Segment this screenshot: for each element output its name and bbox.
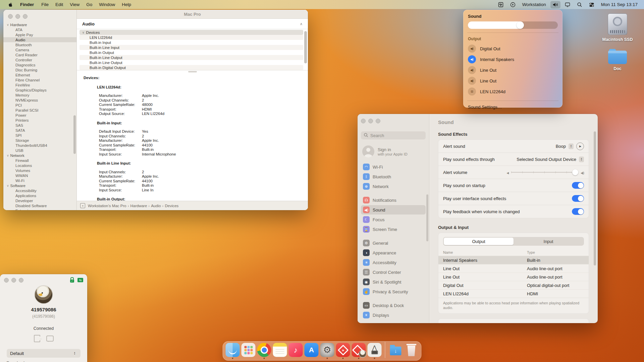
output-option-len-li2264d[interactable]: ⊟ LEN LI2264d	[468, 86, 558, 97]
waveform-status-icon[interactable]	[496, 1, 506, 8]
sidebar-item-network[interactable]: ⊕ Network	[361, 182, 426, 191]
sidebar-item-appearance[interactable]: ◑ Appearance	[361, 248, 426, 257]
breadcrumb-segment-audio[interactable]: Audio	[148, 204, 161, 208]
display-icon[interactable]	[562, 1, 573, 8]
menu-edit[interactable]: Edit	[52, 1, 66, 8]
permission-profile-select[interactable]: Default	[7, 349, 80, 358]
sidebar-item-accessibility[interactable]: ✳ Accessibility	[361, 258, 426, 267]
play-through-stepper[interactable]	[579, 157, 584, 162]
output-option-line-out[interactable]: ◀) Line Out	[468, 65, 558, 75]
sidebar-item-siri-spotlight[interactable]: ◉ Siri & Spotlight	[361, 277, 426, 287]
volume-slider-thumb[interactable]	[517, 21, 524, 29]
slider-track[interactable]	[511, 169, 578, 175]
partial-disclosure-row[interactable]: Download	[3, 361, 87, 362]
sidebar-scrollbar-thumb[interactable]	[426, 194, 428, 241]
output-option-internal-speakers[interactable]: ◀) Internal Speakers	[468, 54, 558, 65]
sound-settings-link[interactable]: Sound Settings…	[468, 105, 558, 110]
dock-item-chrome[interactable]	[257, 343, 271, 359]
sysinfo-tree-item-fibre-channel[interactable]: Fibre Channel	[3, 77, 76, 82]
sysinfo-tree-item-audio[interactable]: Audio	[3, 37, 76, 42]
dock-item-downloads[interactable]	[389, 343, 403, 359]
workstation-menu-label[interactable]: Workstation	[520, 1, 548, 8]
apple-id-sign-in[interactable]: Sign in with your Apple ID	[362, 145, 424, 158]
sidebar-item-privacy-security[interactable]: ☝ Privacy & Security	[361, 287, 426, 296]
sysinfo-tree-item-firewall[interactable]: Firewall	[3, 158, 76, 163]
sysinfo-tree-item-nvmexpress[interactable]: NVMExpress	[3, 98, 76, 103]
breadcrumb-segment-workstation-s-mac-pro[interactable]: Workstation’s Mac Pro	[88, 204, 126, 208]
sysinfo-tree-item-sata[interactable]: SATA	[3, 128, 76, 133]
sysinfo-tree-item-accessibility[interactable]: Accessibility	[3, 188, 76, 193]
sysinfo-tree-item-wi-fi[interactable]: Wi-Fi	[3, 178, 76, 183]
menu-help[interactable]: Help	[118, 1, 135, 8]
menu-view[interactable]: View	[66, 1, 83, 8]
sysinfo-tree-item-power[interactable]: Power	[3, 113, 76, 118]
dock-item-system-settings[interactable]	[320, 343, 334, 359]
output-device-row-line-out[interactable]: Line Out Audio line-out port	[438, 273, 589, 281]
alert-sound-stepper[interactable]	[569, 143, 574, 149]
sidebar-item-wi-fi[interactable]: ◠ Wi-Fi	[361, 162, 426, 172]
device-row-built-in-input[interactable]: Built-in Input	[79, 40, 303, 45]
dock-item-launchpad[interactable]	[241, 343, 256, 359]
tab-input[interactable]: Input	[514, 238, 583, 245]
menu-file[interactable]: File	[38, 1, 52, 8]
chat-icon[interactable]	[46, 336, 54, 342]
sidebar-item-bluetooth[interactable]: ᛒ Bluetooth	[361, 172, 426, 181]
menu-go[interactable]: Go	[83, 1, 96, 8]
device-table-scrollbar-thumb[interactable]	[304, 31, 307, 63]
sysinfo-tree-item-bluetooth[interactable]: Bluetooth	[3, 42, 76, 47]
device-row-built-in-output[interactable]: Built-in Output	[79, 50, 303, 55]
sysinfo-tree-item-applications[interactable]: Applications	[3, 193, 76, 198]
sysinfo-tree-item-diagnostics[interactable]: Diagnostics	[3, 62, 76, 67]
pane-resize-handle[interactable]	[77, 70, 308, 73]
device-row-len-li2264d[interactable]: LEN LI2264d	[79, 35, 303, 40]
device-row-built-in-line-input[interactable]: Built-in Line Input	[79, 45, 303, 50]
sysinfo-tree-item-extensions[interactable]: Extensions	[3, 208, 76, 210]
dock-item-app-store[interactable]	[305, 343, 319, 359]
tab-output[interactable]: Output	[444, 238, 514, 245]
sidebar-item-general[interactable]: ⚙ General	[361, 238, 426, 248]
sysinfo-tree-item-apple-pay[interactable]: Apple Pay	[3, 32, 76, 37]
sidebar-item-control-center[interactable]: ☰ Control Center	[361, 267, 426, 277]
sysinfo-tree-item-software[interactable]: Software	[3, 183, 76, 188]
sysinfo-tree-item-wwan[interactable]: WWAN	[3, 173, 76, 178]
desktop-icon-macintosh-ssd[interactable]: Macintosh SSD	[599, 13, 636, 42]
breadcrumb-segment-devices[interactable]: Devices	[162, 204, 179, 208]
sidebar-item-sound[interactable]: ◀) Sound	[361, 205, 426, 215]
output-device-row-internal-speakers[interactable]: Internal Speakers Built-in	[438, 256, 589, 264]
sysinfo-tree-item-pci[interactable]: PCI	[3, 103, 76, 108]
minimize-button[interactable]	[15, 14, 20, 19]
menu-window[interactable]: Window	[96, 1, 118, 8]
sysinfo-tree-item-spi[interactable]: SPI	[3, 133, 76, 138]
sysinfo-tree-item-controller[interactable]: Controller	[3, 57, 76, 62]
slider-thumb[interactable]	[572, 169, 578, 175]
sidebar-item-notifications[interactable]: ☊ Notifications	[361, 195, 426, 205]
sysinfo-tree-item-network[interactable]: Network	[3, 153, 76, 158]
zoom-button[interactable]	[19, 278, 23, 283]
dock-item-finder[interactable]	[226, 343, 240, 359]
device-row-built-in-line-output[interactable]: Built-in Line Output	[79, 55, 303, 60]
play-status-icon[interactable]	[508, 1, 518, 8]
device-row-built-in-line-output[interactable]: Built-in Line Output	[79, 60, 303, 65]
sidebar-item-desktop-dock[interactable]: ▭ Desktop & Dock	[361, 301, 426, 310]
dock-item-anydesk[interactable]	[336, 343, 350, 359]
sysinfo-tree-item-sas[interactable]: SAS	[3, 123, 76, 128]
volume-feedback-toggle[interactable]	[572, 208, 584, 215]
sysinfo-tree-item-card-reader[interactable]: Card Reader	[3, 52, 76, 57]
output-device-row-len-li2264d[interactable]: LEN LI2264d HDMI	[438, 289, 589, 298]
dock-item-divider[interactable]	[383, 343, 387, 359]
sysinfo-tree-item-parallel-scsi[interactable]: Parallel SCSI	[3, 108, 76, 113]
output-device-row-line-out[interactable]: Line Out Audio line-out port	[438, 264, 589, 273]
sysinfo-tree-item-hardware[interactable]: Hardware	[3, 22, 76, 27]
output-device-row-digital-out[interactable]: Digital Out Optical digital-out port	[438, 281, 589, 289]
sysinfo-tree-item-printers[interactable]: Printers	[3, 118, 76, 123]
sysinfo-tree-item-ethernet[interactable]: Ethernet	[3, 72, 76, 77]
sysinfo-tree-item-ata[interactable]: ATA	[3, 27, 76, 32]
sysinfo-tree-item-disc-burning[interactable]: Disc Burning	[3, 67, 76, 72]
dock-item-system-information[interactable]	[368, 343, 382, 359]
sidebar-item-screen-time[interactable]: ⌛ Screen Time	[361, 225, 426, 234]
zoom-button[interactable]	[23, 14, 28, 19]
sysinfo-tree-item-usb[interactable]: USB	[3, 148, 76, 153]
minimize-button[interactable]	[368, 119, 373, 123]
menu-bar-clock[interactable]: Mon 11 Sep 13:17	[599, 1, 640, 8]
play-alert-sound-button[interactable]	[576, 142, 584, 150]
